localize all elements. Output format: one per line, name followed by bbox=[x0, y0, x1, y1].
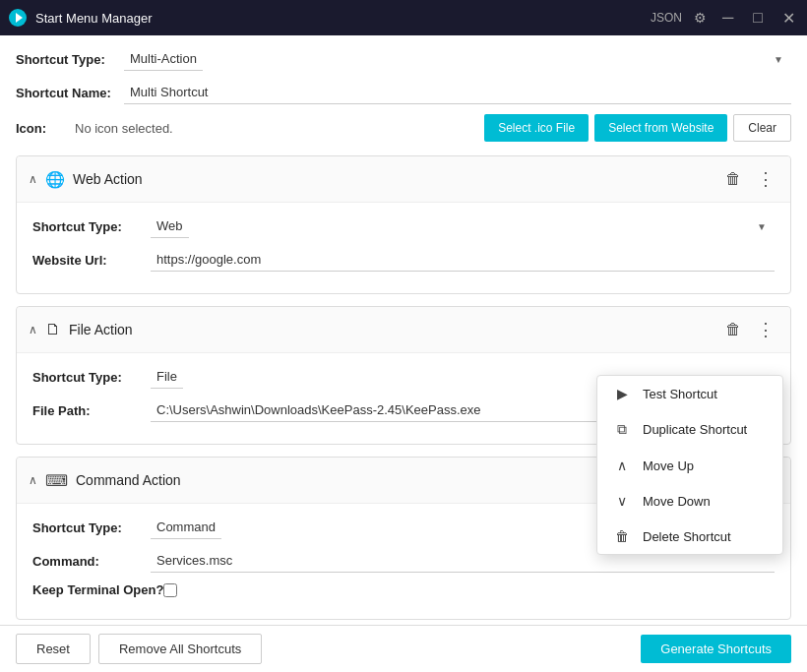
file-action-collapse-icon[interactable]: ∧ bbox=[29, 323, 37, 336]
context-menu-duplicate-shortcut[interactable]: ⧉ Duplicate Shortcut bbox=[597, 411, 782, 448]
web-shortcut-type-label: Shortcut Type: bbox=[32, 219, 151, 234]
maximize-button[interactable]: □ bbox=[749, 9, 767, 27]
app-logo-icon bbox=[8, 8, 28, 28]
remove-all-button[interactable]: Remove All Shortcuts bbox=[98, 634, 262, 664]
test-shortcut-label: Test Shortcut bbox=[643, 387, 717, 401]
duplicate-shortcut-label: Duplicate Shortcut bbox=[643, 422, 747, 437]
json-button[interactable]: JSON bbox=[651, 11, 682, 25]
shortcut-type-dropdown-wrapper: Multi-Action Web File Command ▼ bbox=[124, 47, 791, 71]
select-from-website-button[interactable]: Select from Website bbox=[594, 114, 727, 142]
file-shortcut-type-label: Shortcut Type: bbox=[32, 370, 151, 385]
bottom-toolbar: Reset Remove All Shortcuts Generate Shor… bbox=[0, 625, 807, 672]
web-action-globe-icon: 🌐 bbox=[45, 170, 65, 189]
web-shortcut-type-chevron-icon: ▼ bbox=[757, 221, 767, 232]
web-action-delete-button[interactable]: 🗑 bbox=[721, 168, 745, 190]
context-menu-move-down[interactable]: ∨ Move Down bbox=[597, 483, 782, 519]
file-action-file-icon: 🗋 bbox=[45, 321, 61, 338]
command-shortcut-type-label: Shortcut Type: bbox=[32, 520, 151, 535]
shortcut-type-chevron-icon: ▼ bbox=[774, 54, 783, 65]
move-up-icon: ∧ bbox=[613, 458, 631, 473]
duplicate-icon: ⧉ bbox=[613, 421, 631, 438]
icon-row: Icon: No icon selected. Select .ico File… bbox=[16, 114, 791, 142]
clear-icon-button[interactable]: Clear bbox=[733, 114, 791, 142]
file-path-label: File Path: bbox=[32, 403, 151, 418]
command-shortcut-type-select[interactable]: Command bbox=[151, 516, 221, 539]
web-shortcut-type-select[interactable]: Web bbox=[151, 214, 189, 238]
web-url-label: Website Url: bbox=[32, 253, 151, 268]
file-action-delete-button[interactable]: 🗑 bbox=[721, 319, 745, 340]
shortcut-name-input[interactable] bbox=[124, 81, 791, 104]
delete-icon: 🗑 bbox=[613, 528, 631, 544]
move-down-label: Move Down bbox=[643, 494, 711, 509]
file-shortcut-type-select[interactable]: File bbox=[151, 365, 183, 389]
command-label: Command: bbox=[32, 554, 151, 569]
command-action-title: Command Action bbox=[76, 472, 181, 488]
select-ico-button[interactable]: Select .ico File bbox=[484, 114, 589, 142]
settings-icon[interactable]: ⚙ bbox=[694, 10, 707, 26]
context-menu-delete-shortcut[interactable]: 🗑 Delete Shortcut bbox=[597, 519, 782, 554]
web-shortcut-type-row: Shortcut Type: Web ▼ bbox=[32, 214, 775, 238]
play-icon: ▶ bbox=[613, 386, 631, 401]
command-action-collapse-icon[interactable]: ∧ bbox=[29, 473, 37, 487]
web-action-header: ∧ 🌐 Web Action 🗑 ⋮ bbox=[17, 156, 790, 203]
close-button[interactable]: ✕ bbox=[778, 9, 799, 28]
web-action-collapse-icon[interactable]: ∧ bbox=[29, 172, 37, 186]
web-action-title: Web Action bbox=[73, 171, 143, 187]
file-action-header: ∧ 🗋 File Action 🗑 ⋮ bbox=[17, 307, 790, 353]
web-action-controls: 🗑 ⋮ bbox=[721, 166, 778, 192]
file-action-controls: 🗑 ⋮ bbox=[721, 317, 778, 342]
reset-button[interactable]: Reset bbox=[16, 634, 91, 664]
app-title: Start Menu Manager bbox=[35, 11, 651, 26]
generate-shortcuts-button[interactable]: Generate Shortcuts bbox=[641, 635, 791, 663]
context-menu: ▶ Test Shortcut ⧉ Duplicate Shortcut ∧ M… bbox=[596, 375, 783, 555]
title-bar: Start Menu Manager JSON ⚙ ─ □ ✕ bbox=[0, 0, 807, 35]
minimize-button[interactable]: ─ bbox=[718, 9, 737, 27]
move-up-label: Move Up bbox=[643, 458, 694, 473]
move-down-icon: ∨ bbox=[613, 493, 631, 509]
main-content: Shortcut Type: Multi-Action Web File Com… bbox=[0, 35, 807, 625]
file-action-title: File Action bbox=[69, 322, 133, 337]
shortcut-type-row: Shortcut Type: Multi-Action Web File Com… bbox=[16, 47, 791, 71]
keep-terminal-row: Keep Terminal Open? bbox=[32, 582, 775, 597]
shortcut-name-row: Shortcut Name: bbox=[16, 81, 791, 104]
context-menu-move-up[interactable]: ∧ Move Up bbox=[597, 448, 782, 483]
icon-buttons: Select .ico File Select from Website Cle… bbox=[484, 114, 791, 142]
shortcut-type-select[interactable]: Multi-Action Web File Command bbox=[124, 47, 203, 71]
web-action-header-left: ∧ 🌐 Web Action bbox=[29, 170, 721, 189]
web-url-row: Website Url: bbox=[32, 248, 775, 272]
icon-no-selected-text: No icon selected. bbox=[75, 121, 484, 136]
file-action-more-button[interactable]: ⋮ bbox=[753, 317, 778, 342]
context-menu-test-shortcut[interactable]: ▶ Test Shortcut bbox=[597, 376, 782, 411]
shortcut-type-label: Shortcut Type: bbox=[16, 52, 124, 67]
web-action-section: ∧ 🌐 Web Action 🗑 ⋮ Shortcut Type: Web bbox=[16, 155, 791, 294]
web-shortcut-type-dropdown-wrapper: Web ▼ bbox=[151, 214, 775, 238]
web-url-input[interactable] bbox=[151, 248, 775, 272]
icon-label: Icon: bbox=[16, 121, 75, 136]
web-action-more-button[interactable]: ⋮ bbox=[753, 166, 778, 192]
command-action-terminal-icon: ⌨ bbox=[45, 471, 68, 490]
shortcut-name-label: Shortcut Name: bbox=[16, 86, 124, 100]
keep-terminal-label: Keep Terminal Open? bbox=[32, 582, 163, 597]
keep-terminal-checkbox[interactable] bbox=[163, 583, 177, 597]
file-action-header-left: ∧ 🗋 File Action bbox=[29, 321, 721, 338]
delete-shortcut-label: Delete Shortcut bbox=[643, 529, 731, 544]
web-action-body: Shortcut Type: Web ▼ Website Url: bbox=[17, 203, 790, 293]
title-bar-controls: JSON ⚙ ─ □ ✕ bbox=[651, 9, 799, 28]
